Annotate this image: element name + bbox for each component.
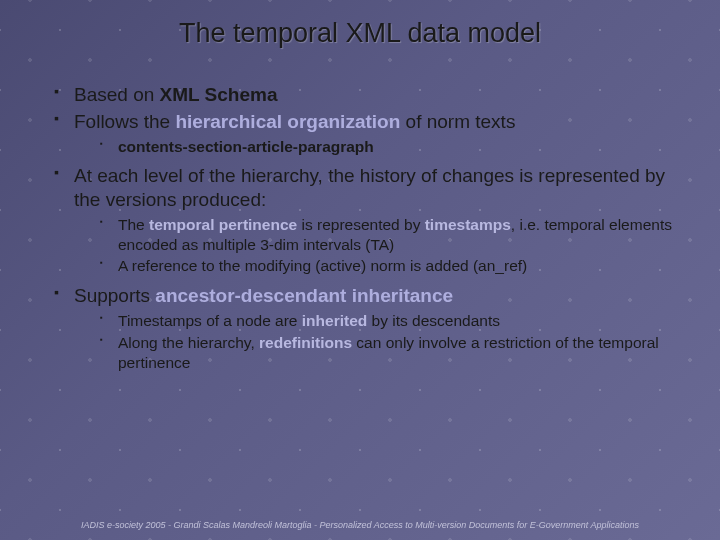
slide: The temporal XML data model Based on XML… [0, 0, 720, 540]
term: timestamps [425, 216, 511, 233]
bullet-2: Follows the hierarchical organization of… [28, 110, 692, 134]
text: Based on [74, 84, 160, 105]
text: by its descendants [367, 312, 500, 329]
bullet-3-2: A reference to the modifying (active) no… [28, 256, 692, 276]
text: is represented by [297, 216, 425, 233]
strong-text: contents-section-article-paragraph [118, 138, 374, 155]
text: Timestamps of a node are [118, 312, 302, 329]
bullet-4: Supports ancestor-descendant inheritance [28, 284, 692, 308]
slide-content: The temporal XML data model Based on XML… [0, 0, 720, 373]
text: Along the hierarchy, [118, 334, 259, 351]
term: hierarchical organization [175, 111, 400, 132]
term: temporal pertinence [149, 216, 297, 233]
bullet-3: At each level of the hierarchy, the hist… [28, 164, 692, 212]
term: ancestor-descendant inheritance [155, 285, 453, 306]
text: Supports [74, 285, 155, 306]
text: of norm texts [400, 111, 515, 132]
bullet-2-1: contents-section-article-paragraph [28, 137, 692, 157]
bullet-1: Based on XML Schema [28, 83, 692, 107]
bullet-3-1: The temporal pertinence is represented b… [28, 215, 692, 255]
bullet-4-2: Along the hierarchy, redefinitions can o… [28, 333, 692, 373]
term: redefinitions [259, 334, 352, 351]
footer-text: IADIS e-society 2005 - Grandi Scalas Man… [0, 520, 720, 530]
slide-title: The temporal XML data model [28, 18, 692, 49]
bullet-4-1: Timestamps of a node are inherited by it… [28, 311, 692, 331]
strong-text: XML Schema [160, 84, 278, 105]
term: inherited [302, 312, 367, 329]
text: Follows the [74, 111, 175, 132]
text: The [118, 216, 149, 233]
bullet-list: Based on XML Schema Follows the hierarch… [28, 83, 692, 373]
